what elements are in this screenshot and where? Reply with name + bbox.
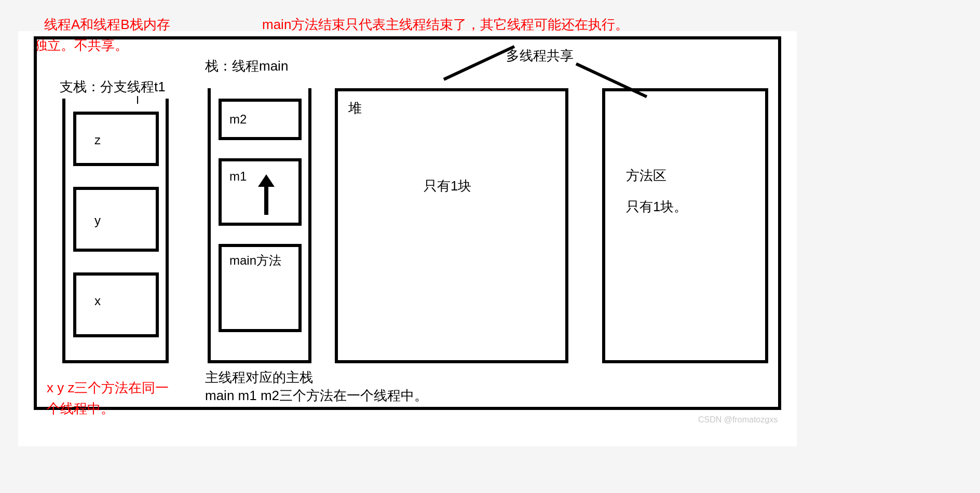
main-stack-caption-1: 主线程对应的主栈 [205, 368, 313, 387]
main-frame-m1: m1 [219, 158, 302, 226]
branch-frame-x-label: x [94, 294, 101, 308]
method-area-content: 只有1块。 [626, 198, 687, 216]
main-stack-title: 栈：线程main [205, 57, 288, 75]
main-stack-caption-2: main m1 m2三个方法在一个线程中。 [205, 387, 428, 405]
annotation-top-right: main方法结束只代表主线程结束了，其它线程可能还在执行。 [262, 16, 629, 34]
heap-title: 堆 [348, 99, 362, 117]
main-frame-m1-label: m1 [229, 169, 247, 184]
main-frame-m2-label: m2 [229, 112, 247, 127]
method-area-title: 方法区 [626, 167, 666, 185]
shared-title: 多线程共享 [506, 47, 574, 65]
watermark-text: CSDN @fromatozgxs [698, 415, 778, 424]
method-area-box: 方法区 只有1块。 [602, 88, 768, 363]
branch-frame-z-label: z [94, 133, 101, 147]
branch-frame-z: z [73, 112, 159, 166]
heap-box: 堆 只有1块 [335, 88, 568, 363]
branch-stack-container: z y x [62, 99, 169, 363]
main-frame-main-label: main方法 [229, 252, 281, 269]
branch-frame-y-label: y [94, 213, 101, 228]
diagram-canvas: 线程A和线程B栈内存 独立。不共享。 main方法结束只代表主线程结束了，其它线… [18, 31, 797, 446]
heap-content: 只有1块 [424, 177, 471, 195]
main-stack-container: m2 m1 main方法 [208, 88, 311, 363]
branch-frame-y: y [73, 187, 159, 252]
branch-stack-title: 支栈：分支线程t1 [60, 78, 166, 96]
branch-frame-x: x [73, 272, 159, 337]
main-frame-m2: m2 [219, 99, 302, 140]
annotation-bottom-2: 个线程中。 [47, 400, 114, 418]
annotation-bottom-1: x y z三个方法在同一 [47, 379, 169, 397]
annotation-top-left-1: 线程A和线程B栈内存 [44, 16, 170, 34]
main-frame-main: main方法 [219, 244, 302, 332]
